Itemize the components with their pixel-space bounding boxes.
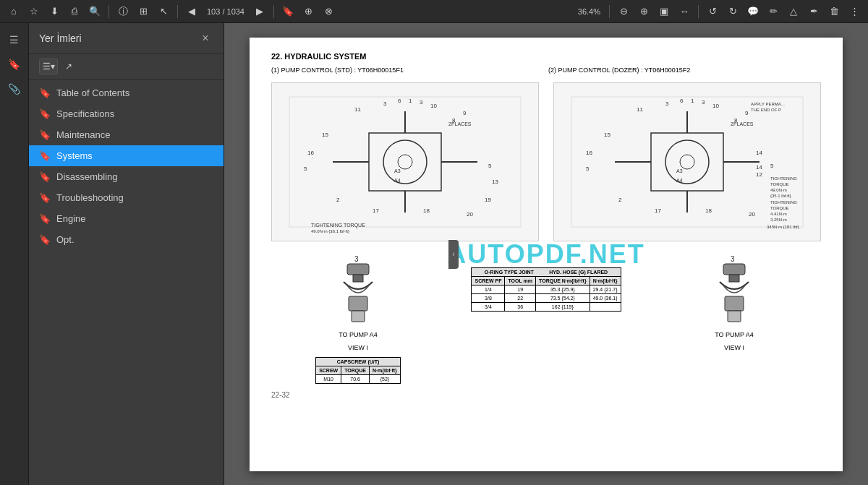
edit-icon[interactable]: ✏ (765, 4, 781, 20)
pump-diagram-right: 3 (709, 253, 760, 325)
svg-text:APPLY PERMA...: APPLY PERMA... (751, 102, 785, 106)
bookmark-item[interactable]: 🔖Troubleshooting (29, 187, 224, 208)
zoom-out-icon[interactable]: ⊖ (616, 4, 631, 20)
svg-text:3: 3 (731, 255, 735, 263)
bookmark-list-view-button[interactable]: ☰▾ (39, 59, 58, 74)
star-icon[interactable]: ☆ (26, 4, 42, 20)
shape-icon[interactable]: △ (786, 4, 801, 20)
info-icon[interactable]: ⓘ (115, 4, 131, 20)
svg-text:49.0N·m: 49.0N·m (770, 188, 787, 192)
search-icon[interactable]: 🔍 (87, 4, 103, 20)
svg-rect-73 (347, 264, 369, 275)
separator-2 (177, 5, 178, 18)
bookmark-item[interactable]: 🔖Disassembling (29, 166, 224, 187)
svg-rect-81 (728, 311, 741, 322)
svg-text:11: 11 (354, 106, 361, 113)
cursor-indicator: ↗ (65, 61, 72, 72)
svg-text:11: 11 (637, 106, 643, 113)
bookmark-icon: 🔖 (39, 87, 51, 98)
more-icon[interactable]: ⋮ (846, 4, 862, 20)
svg-text:5: 5 (586, 166, 590, 172)
bookmark-item-label: Engine (56, 213, 85, 224)
svg-text:14: 14 (756, 150, 762, 156)
svg-text:A3: A3 (676, 168, 683, 173)
bookmark-item-label: Specifications (56, 108, 114, 119)
bookmark-item[interactable]: 🔖Opt. (29, 229, 224, 250)
bookmark-item-label: Opt. (56, 234, 75, 245)
pdf-page: AUTOPDF.NET 22. HYDRAULIC SYSTEM (1) PUM… (250, 38, 843, 471)
bookmark-nav-icon[interactable]: 🔖 (280, 4, 296, 20)
pump-diagram-left: 3 (333, 253, 383, 325)
zoom-in-icon[interactable]: ⊕ (636, 4, 652, 20)
nav-icon-2[interactable]: ⊕ (300, 4, 316, 20)
cursor-icon[interactable]: ↖ (156, 4, 171, 20)
svg-text:10: 10 (430, 103, 437, 109)
rotate-left-icon[interactable]: ↺ (705, 4, 720, 20)
svg-text:6: 6 (398, 98, 401, 104)
download-icon[interactable]: ⬇ (46, 4, 62, 20)
nav-icon-3[interactable]: ⊗ (320, 4, 336, 20)
svg-text:3: 3 (354, 255, 359, 263)
bookmark-icon: 🔖 (39, 234, 51, 245)
svg-text:A4: A4 (394, 178, 401, 183)
svg-text:18: 18 (423, 207, 430, 214)
fit-page-icon[interactable]: ▣ (656, 4, 672, 20)
bookmark-icon: 🔖 (39, 192, 51, 203)
view-label-right: TO PUMP A4 (715, 331, 754, 338)
svg-text:1: 1 (691, 98, 694, 104)
sidebar-menu-icon[interactable]: ☰ (4, 29, 25, 51)
svg-text:20: 20 (467, 211, 473, 218)
fit-width-icon[interactable]: ↔ (676, 4, 692, 20)
bookmarks-close-button[interactable]: × (197, 30, 213, 46)
bookmarks-panel: Yer İmleri × ☰▾ ↗ 🔖Table of Contents🔖Spe… (29, 23, 224, 485)
svg-rect-74 (353, 275, 363, 282)
svg-text:9: 9 (745, 110, 749, 116)
capscrew-table: CAPSCREW (U/T) SCREW TORQUE N·m{lbf·ft} … (315, 357, 401, 384)
bookmark-item[interactable]: 🔖Engine (29, 208, 224, 229)
pen-icon[interactable]: ✒ (806, 4, 822, 20)
main-area: ☰ 🔖 📎 Yer İmleri × ☰▾ ↗ 🔖Table of Conten… (0, 23, 868, 485)
layers-icon[interactable]: ⊞ (135, 4, 151, 20)
svg-text:18: 18 (705, 207, 712, 214)
home-icon[interactable]: ⌂ (6, 4, 22, 20)
diagram-right: 2PLACES APPLY PERMA... THE END OF P 9 8 … (553, 82, 821, 241)
svg-rect-80 (725, 296, 744, 311)
hydraulic-diagrams: 2PLACES TIGHTENING TORQUE 49.0N·m {36.1 … (271, 82, 821, 241)
bookmark-item-label: Maintenance (56, 129, 110, 140)
svg-text:6: 6 (680, 98, 684, 104)
svg-text:12: 12 (756, 171, 762, 178)
svg-text:8: 8 (734, 117, 738, 124)
svg-text:TIGHTENING TORQUE: TIGHTENING TORQUE (311, 223, 365, 228)
pdf-bottom-section: 3 TO PUMP A4 VIEW I CAPSCREW (U/T) (271, 253, 821, 384)
svg-text:2: 2 (618, 197, 622, 203)
svg-text:13: 13 (492, 179, 498, 185)
pdf-content-area[interactable]: AUTOPDF.NET 22. HYDRAULIC SYSTEM (1) PUM… (224, 23, 868, 485)
svg-text:4.41N·m: 4.41N·m (770, 212, 787, 216)
svg-text:49.0N·m {36.1 lbf·ft}: 49.0N·m {36.1 lbf·ft} (311, 229, 349, 233)
bookmark-item[interactable]: 🔖Maintenance (29, 124, 224, 145)
separator-5 (698, 5, 699, 18)
svg-text:19: 19 (485, 197, 491, 203)
bookmarks-tools: ☰▾ ↗ (29, 54, 224, 80)
bookmark-item[interactable]: 🔖Table of Contents (29, 82, 224, 103)
comment-icon[interactable]: 💬 (745, 4, 761, 20)
rotate-right-icon[interactable]: ↻ (725, 4, 741, 20)
print-icon[interactable]: ⎙ (67, 4, 82, 20)
trash-icon[interactable]: 🗑 (826, 4, 842, 20)
sidebar-bookmark-icon[interactable]: 🔖 (4, 53, 25, 75)
svg-text:5: 5 (770, 163, 774, 169)
sidebar-paperclip-icon[interactable]: 📎 (4, 78, 25, 100)
panel-collapse-handle[interactable]: ‹ (448, 240, 459, 269)
pdf-page-number: 22-32 (271, 391, 821, 399)
bookmarks-list: 🔖Table of Contents🔖Specifications🔖Mainte… (29, 80, 224, 485)
diagram-left: 2PLACES TIGHTENING TORQUE 49.0N·m {36.1 … (271, 82, 539, 241)
bookmark-item[interactable]: 🔖Specifications (29, 103, 224, 124)
bookmark-item[interactable]: 🔖Systems (29, 145, 224, 166)
next-page-icon[interactable]: ▶ (252, 4, 268, 20)
prev-page-icon[interactable]: ◀ (184, 4, 200, 20)
sidebar-icon-panel: ☰ 🔖 📎 (0, 23, 29, 485)
bookmark-item-label: Table of Contents (56, 87, 129, 98)
view-i-right: VIEW I (724, 344, 744, 351)
bookmark-item-label: Troubleshooting (56, 192, 124, 203)
oring-table: O-RING TYPE JOINT HYD. HOSE (G) FLARED S… (471, 267, 621, 312)
